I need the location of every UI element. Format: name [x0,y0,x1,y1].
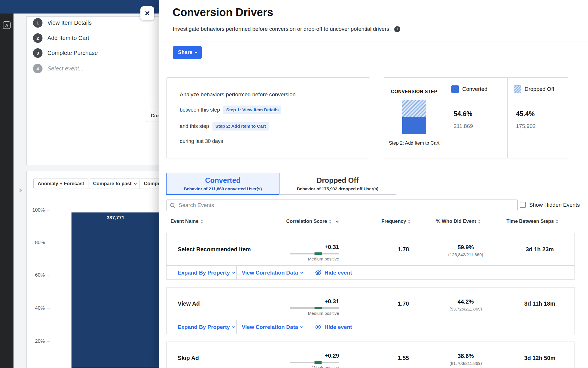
share-button[interactable]: Share [173,46,202,59]
compare-to-past-button[interactable]: Compare to past [89,179,140,189]
time-between-steps-value: 3d 12h 50m [514,342,566,368]
eye-off-icon [315,270,322,275]
search-icon [170,203,175,208]
chevron-down-icon[interactable] [336,220,339,223]
chevron-down-icon [232,271,235,274]
y-axis-label: 60% [27,272,45,278]
page-subtitle: Investigate behaviors performed before c… [173,26,400,32]
close-panel-button[interactable]: × [140,6,154,20]
eye-off-icon [315,324,322,330]
conversion-step-label: Step 2: Add Item to Cart [383,140,445,146]
expand-by-property-button[interactable]: Expand By Property [167,320,237,334]
top-nav-bar [0,0,159,14]
sort-icon[interactable] [200,219,203,224]
step2-chip[interactable]: Step 2: Add Item to Cart [212,122,269,131]
conversion-step-header: CONVERSION STEP [383,89,445,94]
setup-line1: Analyze behaviors performed before conve… [180,91,357,98]
event-row: Select Recommended Item +0.31 Medium pos… [166,233,575,280]
correlation-bar-segment [314,361,322,364]
dropped-swatch-icon [514,85,521,93]
anomaly-forecast-button[interactable]: Anomaly + Forecast [33,179,88,189]
axis-tick [47,243,50,243]
column-header-time-between-steps[interactable]: Time Between Steps [504,218,561,224]
dropped-legend: Dropped Off [507,78,569,101]
sort-icon[interactable] [408,219,411,224]
search-events-input[interactable] [166,200,518,211]
correlation-score-cell: +0.31 Medium positive [290,244,339,261]
between-step-label: between this step [180,107,220,113]
step-number-badge: 3 [33,48,42,58]
correlation-score-cell: +0.31 Medium positive [290,298,339,316]
expand-by-property-button[interactable]: Expand By Property [167,266,237,280]
sort-icon[interactable] [329,219,332,224]
correlation-score-cell: +0.29 Weak positive [290,352,339,368]
event-name: Skip Ad [178,342,199,368]
funnel-step-2[interactable]: 2 Add Item to Cart [33,33,89,43]
chevron-down-icon [300,271,303,274]
analysis-setup-card: Analyze behaviors performed before conve… [166,77,370,158]
column-header-event-name[interactable]: Event Name [171,218,234,224]
correlation-bar-track [290,362,339,363]
funnel-step-4-placeholder[interactable]: 4 Select event... [33,64,84,73]
show-hidden-events-label: Show Hidden Events [529,202,580,208]
sidebar-expand-chevron-icon[interactable] [18,189,22,192]
time-between-steps-value: 3d 11h 18m [514,288,566,320]
y-axis-label: 80% [27,240,45,246]
show-hidden-events-checkbox[interactable] [520,202,526,208]
view-correlation-data-button[interactable]: View Correlation Data [237,320,305,334]
hide-event-button[interactable]: Hide event [305,266,352,280]
chevron-down-icon [232,325,235,328]
step-label: Complete Purchase [47,50,98,56]
converted-count: 211,869 [454,123,473,129]
conversion-step-card: CONVERSION STEP Step 2: Add Item to Cart… [383,77,569,158]
mini-bar-converted-segment [402,117,426,134]
axis-tick [47,308,50,308]
chevron-down-icon [300,325,303,328]
chevron-down-icon [134,182,137,185]
time-between-steps-value: 3d 1h 23m [514,233,566,265]
converted-legend: Converted [445,78,507,101]
duration-label: during last 30 days [180,138,223,144]
column-header-frequency[interactable]: Frequency [372,218,421,224]
converted-percent: 54.6% [454,110,472,118]
column-header-pct-who-did-event[interactable]: % Who Did Event [433,218,484,224]
chevron-down-icon [195,51,198,53]
conversion-step-mini-chart [402,100,426,134]
conversion-drivers-panel: Conversion Drivers Investigate behaviors… [159,0,588,368]
compute-button[interactable]: Compute [140,179,159,189]
funnel-step-3[interactable]: 3 Complete Purchase [33,48,98,58]
step-number-badge: 1 [33,18,42,28]
view-correlation-data-button[interactable]: View Correlation Data [237,266,305,280]
app-logo-icon[interactable]: A [3,21,11,29]
search-events-wrap [166,200,518,211]
tab-dropped-off[interactable]: Dropped Off Behavior of 175,902 dropped … [279,173,396,195]
divider [445,101,569,101]
divider [27,102,159,102]
correlation-bar-track [290,253,339,254]
step-number-badge: 2 [33,33,42,43]
tab-converted[interactable]: Converted Behavior of 211,869 converted … [166,173,279,195]
axis-tick [47,275,50,275]
column-header-correlation-score[interactable]: Correlation Score [283,218,341,224]
event-row: View Ad +0.31 Medium positive 1.70 44.2%… [166,287,575,334]
and-step-label: and this step [180,123,209,129]
y-axis-label: 20% [27,338,45,344]
sort-icon[interactable] [556,219,559,224]
event-row: Skip Ad +0.29 Weak positive 1.55 38.6% (… [166,342,575,368]
info-icon[interactable]: i [394,26,400,32]
converted-swatch-icon [451,85,459,93]
app-sidebar: A [0,0,13,368]
frequency-value: 1.70 [379,288,428,320]
sort-icon[interactable] [478,219,481,224]
step1-chip[interactable]: Step 1: View Item Details [223,106,281,114]
event-name: View Ad [178,288,200,320]
frequency-value: 1.55 [379,342,428,368]
funnel-bar-step1[interactable] [71,212,159,368]
hide-event-button[interactable]: Hide event [305,320,352,334]
step-label: View Item Details [47,20,92,26]
frequency-value: 1.78 [379,233,428,265]
dropped-percent: 45.4% [516,110,535,118]
funnel-steps-card: 1 View Item Details 2 Add Item to Cart 3… [26,16,159,165]
funnel-step-1[interactable]: 1 View Item Details [33,18,92,28]
funnel-bar-value: 387,771 [71,215,159,221]
